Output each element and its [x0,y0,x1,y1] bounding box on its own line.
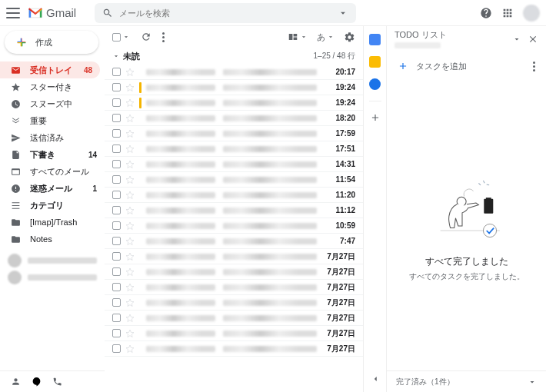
email-row[interactable]: 18:20 [105,111,363,126]
importance-marker[interactable] [139,190,141,201]
sidebar-item-1[interactable]: スター付き [0,78,105,95]
email-checkbox[interactable] [112,160,121,168]
importance-marker[interactable] [139,313,141,324]
importance-marker[interactable] [139,267,141,277]
add-task-button[interactable]: タスクを追加 [393,55,540,77]
email-checkbox[interactable] [112,68,121,76]
addons-plus-icon[interactable] [370,112,381,123]
person-icon[interactable] [11,377,21,387]
email-row[interactable]: 17:51 [105,141,363,157]
sidebar-item-3[interactable]: 重要 [0,112,105,129]
account-avatar[interactable] [523,5,540,22]
email-checkbox[interactable] [112,329,121,337]
importance-marker[interactable] [139,297,141,308]
email-checkbox[interactable] [112,114,121,122]
email-row[interactable]: 19:24 [105,95,363,111]
support-icon[interactable] [480,7,492,19]
email-row[interactable]: 7月27日 [105,326,363,341]
search-input[interactable] [119,8,338,18]
star-icon[interactable] [125,267,135,277]
apps-icon[interactable] [501,7,514,19]
refresh-icon[interactable] [141,32,151,42]
importance-marker[interactable] [139,328,141,339]
hide-panel-icon[interactable] [370,374,381,384]
email-checkbox[interactable] [112,83,121,91]
chevron-down-icon[interactable] [327,33,335,41]
importance-marker[interactable] [139,221,141,231]
gmail-logo[interactable]: Gmail [28,6,76,19]
account-row[interactable] [0,269,105,286]
keep-icon[interactable] [369,56,381,68]
sidebar-item-5[interactable]: 下書き14 [0,146,105,163]
email-row[interactable]: 14:31 [105,157,363,172]
sidebar-item-7[interactable]: 迷惑メール1 [0,180,105,197]
star-icon[interactable] [125,283,135,292]
select-all-checkbox[interactable] [112,33,121,42]
star-icon[interactable] [125,83,135,92]
compose-button[interactable]: 作成 [5,31,98,54]
star-icon[interactable] [125,175,135,184]
email-checkbox[interactable] [112,283,121,291]
chevron-down-icon[interactable] [512,35,521,44]
email-checkbox[interactable] [112,237,121,245]
email-row[interactable]: 11:54 [105,172,363,188]
more-icon[interactable] [162,32,165,42]
sidebar-item-9[interactable]: [Imap]/Trash [0,214,105,231]
star-icon[interactable] [125,98,135,108]
importance-marker[interactable] [139,128,141,139]
hangouts-icon[interactable] [32,377,42,387]
email-checkbox[interactable] [112,267,121,276]
importance-marker[interactable] [139,82,141,93]
email-checkbox[interactable] [112,314,121,322]
email-row[interactable]: 17:59 [105,126,363,141]
star-icon[interactable] [125,344,135,354]
importance-marker[interactable] [139,344,141,354]
importance-marker[interactable] [139,159,141,170]
importance-marker[interactable] [139,251,141,262]
importance-marker[interactable] [139,98,141,108]
tasks-more-icon[interactable] [533,61,535,71]
email-row[interactable]: 7月27日 [105,341,363,357]
importance-marker[interactable] [139,205,141,216]
tasks-completed-toggle[interactable]: 完了済み（1件） [387,370,546,392]
star-icon[interactable] [125,206,135,215]
email-row[interactable]: 19:24 [105,80,363,95]
email-checkbox[interactable] [112,175,121,184]
importance-marker[interactable] [139,282,141,293]
email-row[interactable]: 10:59 [105,218,363,234]
star-icon[interactable] [125,298,135,307]
sidebar-item-4[interactable]: 送信済み [0,129,105,146]
caret-down-icon[interactable] [112,52,120,60]
star-icon[interactable] [125,129,135,138]
sidebar-item-0[interactable]: 受信トレイ48 [0,61,100,78]
star-icon[interactable] [125,160,135,169]
importance-marker[interactable] [139,144,141,154]
close-icon[interactable] [528,34,538,45]
email-row[interactable]: 20:17 [105,65,363,80]
split-pane-icon[interactable] [288,32,298,42]
email-row[interactable]: 7月27日 [105,311,363,326]
email-checkbox[interactable] [112,221,121,230]
sidebar-item-6[interactable]: すべてのメール [0,163,105,180]
star-icon[interactable] [125,314,135,323]
email-row[interactable]: 7月27日 [105,295,363,311]
phone-icon[interactable] [52,377,62,387]
search-bar[interactable] [95,3,356,23]
menu-icon[interactable] [6,8,20,18]
sidebar-item-10[interactable]: Notes [0,231,105,247]
email-row[interactable]: 11:12 [105,203,363,218]
star-icon[interactable] [125,329,135,338]
email-checkbox[interactable] [112,145,121,153]
email-checkbox[interactable] [112,129,121,138]
importance-marker[interactable] [139,67,141,78]
email-checkbox[interactable] [112,298,121,307]
star-icon[interactable] [125,237,135,246]
email-checkbox[interactable] [112,206,121,214]
sidebar-item-2[interactable]: スヌーズ中 [0,95,105,112]
email-row[interactable]: 7月27日 [105,264,363,280]
star-icon[interactable] [125,221,135,231]
email-checkbox[interactable] [112,98,121,107]
email-row[interactable]: 7:47 [105,234,363,249]
calendar-icon[interactable] [369,34,381,45]
sidebar-item-8[interactable]: カテゴリ [0,197,105,214]
